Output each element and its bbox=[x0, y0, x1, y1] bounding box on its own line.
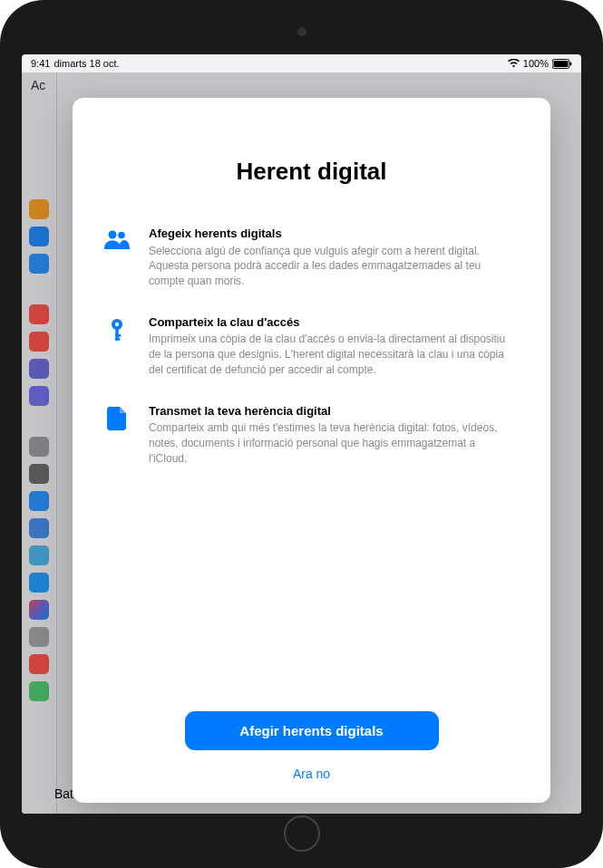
info-heading: Comparteix la clau d'accés bbox=[149, 314, 514, 331]
status-time: 9:41 bbox=[31, 58, 50, 69]
info-row-pass-on: Transmet la teva herència digital Compar… bbox=[102, 403, 514, 467]
info-heading: Afegeix herents digitals bbox=[149, 226, 514, 242]
info-desc: Imprimeix una còpia de la clau d'accés o… bbox=[149, 332, 514, 377]
info-text: Transmet la teva herència digital Compar… bbox=[149, 403, 514, 467]
wifi-icon bbox=[508, 59, 520, 68]
add-legacy-contact-button[interactable]: Afegir herents digitals bbox=[185, 711, 439, 750]
info-text: Comparteix la clau d'accés Imprimeix una… bbox=[149, 314, 514, 378]
info-desc: Comparteix amb qui més t'estimes la teva… bbox=[149, 420, 514, 466]
home-button[interactable] bbox=[284, 815, 320, 852]
svg-point-4 bbox=[118, 232, 125, 239]
svg-rect-1 bbox=[554, 61, 569, 67]
svg-point-3 bbox=[109, 231, 117, 239]
status-date: dimarts 18 oct. bbox=[53, 58, 119, 69]
info-text: Afegeix herents digitals Selecciona algú… bbox=[149, 226, 514, 289]
modal-footer: Afegir herents digitals Ara no bbox=[96, 711, 527, 785]
info-heading: Transmet la teva herència digital bbox=[149, 403, 514, 420]
info-row-add-contacts: Afegeix herents digitals Selecciona algú… bbox=[102, 226, 514, 289]
svg-rect-9 bbox=[115, 338, 120, 341]
info-desc: Selecciona algú de confiança que vulguis… bbox=[149, 244, 514, 289]
screen: 9:41 dimarts 18 oct. 100% Ac bbox=[22, 54, 581, 814]
camera-dot bbox=[297, 27, 306, 36]
key-icon bbox=[102, 314, 132, 342]
digital-legacy-modal: Herent digital Afegeix herents digitals … bbox=[73, 98, 550, 803]
not-now-button[interactable]: Ara no bbox=[284, 763, 339, 785]
svg-rect-2 bbox=[570, 62, 572, 65]
info-row-share-key: Comparteix la clau d'accés Imprimeix una… bbox=[102, 314, 514, 378]
people-icon bbox=[102, 226, 132, 249]
status-right: 100% bbox=[508, 58, 572, 69]
document-icon bbox=[102, 403, 132, 430]
ipad-frame: 9:41 dimarts 18 oct. 100% Ac bbox=[0, 0, 603, 868]
status-bar: 9:41 dimarts 18 oct. 100% bbox=[22, 54, 581, 72]
battery-icon bbox=[552, 59, 572, 69]
svg-point-6 bbox=[115, 323, 119, 326]
status-left: 9:41 dimarts 18 oct. bbox=[31, 58, 120, 69]
info-list: Afegeix herents digitals Selecciona algú… bbox=[96, 226, 527, 467]
battery-percentage: 100% bbox=[523, 58, 549, 69]
modal-title: Herent digital bbox=[96, 158, 527, 186]
svg-rect-8 bbox=[115, 334, 121, 337]
